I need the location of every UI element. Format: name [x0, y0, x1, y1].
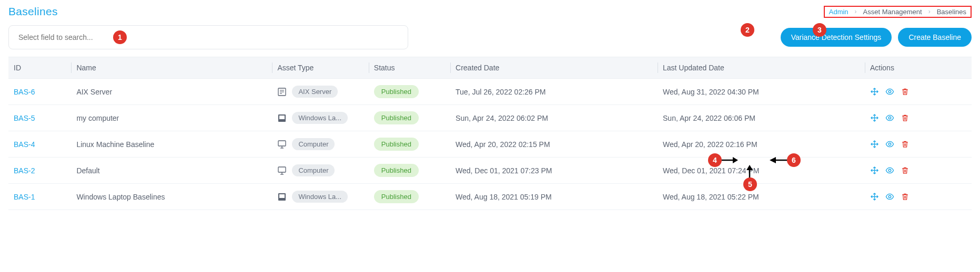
updated-date: Wed, Dec 01, 2021 07:24 PM [658, 158, 865, 184]
col-asset-type[interactable]: Asset Type [272, 57, 368, 79]
callout-5: 5 [743, 177, 757, 191]
baseline-name: Default [71, 158, 272, 184]
arrow-icon [721, 156, 738, 164]
callout-3: 3 [813, 23, 826, 37]
create-baseline-button[interactable]: Create Baseline [898, 28, 972, 47]
created-date: Wed, Apr 20, 2022 02:15 PM [450, 131, 658, 158]
callout-4: 4 [708, 153, 722, 167]
page-title: Baselines [8, 5, 58, 18]
updated-date: Wed, Aug 31, 2022 04:30 PM [658, 79, 865, 105]
col-actions: Actions [865, 57, 972, 79]
move-icon[interactable] [870, 166, 879, 175]
baseline-id-link[interactable]: BAS-4 [14, 140, 35, 149]
baselines-table: ID Name Asset Type Status Created Date L… [8, 57, 972, 210]
status-badge: Published [374, 190, 419, 203]
view-icon[interactable] [885, 113, 894, 122]
svg-marker-3 [746, 165, 753, 170]
col-id[interactable]: ID [8, 57, 71, 79]
baseline-name: AIX Server [71, 79, 272, 105]
breadcrumb: Admin › Asset Management › Baselines [824, 6, 972, 18]
callout-2: 2 [741, 23, 754, 37]
created-date: Wed, Aug 18, 2021 05:19 PM [450, 184, 658, 210]
chevron-right-icon: › [928, 8, 931, 15]
chevron-right-icon: › [855, 8, 857, 15]
baseline-name: my computer [71, 105, 272, 131]
created-date: Tue, Jul 26, 2022 02:26 PM [450, 79, 658, 105]
callout-1: 1 [113, 30, 127, 44]
server-icon [277, 87, 287, 97]
view-icon[interactable] [885, 166, 894, 175]
created-date: Sun, Apr 24, 2022 06:02 PM [450, 105, 658, 131]
updated-date: Wed, Apr 20, 2022 02:16 PM [658, 131, 865, 158]
asset-type-badge: Computer [292, 138, 335, 150]
delete-icon[interactable] [901, 140, 910, 149]
baseline-name: Windows Laptop Baselines [71, 184, 272, 210]
move-icon[interactable] [870, 192, 879, 201]
table-row: BAS-6AIX ServerAIX ServerPublishedTue, J… [8, 79, 972, 105]
laptop-icon [277, 113, 287, 123]
view-icon[interactable] [885, 87, 894, 96]
updated-date: Sun, Apr 24, 2022 06:06 PM [658, 105, 865, 131]
baseline-id-link[interactable]: BAS-2 [14, 166, 35, 175]
view-icon[interactable] [885, 192, 894, 201]
col-updated[interactable]: Last Updated Date [658, 57, 865, 79]
col-name[interactable]: Name [71, 57, 272, 79]
delete-icon[interactable] [901, 113, 910, 122]
variance-detection-settings-button[interactable]: Variance Detection Settings [781, 28, 892, 47]
svg-marker-1 [733, 157, 738, 163]
baseline-name: Linux Machine Baseline [71, 131, 272, 158]
baseline-id-link[interactable]: BAS-5 [14, 114, 35, 122]
table-row: BAS-2DefaultComputerPublishedWed, Dec 01… [8, 158, 972, 184]
computer-icon [277, 166, 287, 175]
table-row: BAS-1Windows Laptop BaselinesWindows La.… [8, 184, 972, 210]
breadcrumb-admin[interactable]: Admin [829, 8, 848, 16]
status-badge: Published [374, 111, 419, 124]
col-status[interactable]: Status [369, 57, 450, 79]
breadcrumb-baselines: Baselines [937, 8, 966, 16]
svg-marker-5 [770, 157, 776, 163]
view-icon[interactable] [885, 140, 894, 149]
table-row: BAS-4Linux Machine BaselineComputerPubli… [8, 131, 972, 158]
asset-type-badge: Windows La... [292, 191, 348, 203]
computer-icon [277, 140, 287, 149]
status-badge: Published [374, 85, 419, 98]
move-icon[interactable] [870, 113, 879, 122]
breadcrumb-asset-management[interactable]: Asset Management [863, 8, 922, 16]
search-input[interactable] [8, 25, 408, 49]
arrow-icon [770, 156, 787, 164]
callout-6: 6 [787, 153, 801, 167]
move-icon[interactable] [870, 87, 879, 96]
baseline-id-link[interactable]: BAS-1 [14, 193, 35, 201]
asset-type-badge: Computer [292, 164, 335, 176]
table-row: BAS-5my computerWindows La...PublishedSu… [8, 105, 972, 131]
asset-type-badge: Windows La... [292, 112, 348, 124]
asset-type-badge: AIX Server [292, 86, 338, 98]
delete-icon[interactable] [901, 192, 910, 201]
created-date: Wed, Dec 01, 2021 07:23 PM [450, 158, 658, 184]
updated-date: Wed, Aug 18, 2021 05:22 PM [658, 184, 865, 210]
move-icon[interactable] [870, 140, 879, 149]
laptop-icon [277, 192, 287, 202]
status-badge: Published [374, 164, 419, 177]
delete-icon[interactable] [901, 87, 910, 96]
col-created[interactable]: Created Date [450, 57, 658, 79]
baseline-id-link[interactable]: BAS-6 [14, 88, 35, 96]
status-badge: Published [374, 138, 419, 151]
delete-icon[interactable] [901, 166, 910, 175]
